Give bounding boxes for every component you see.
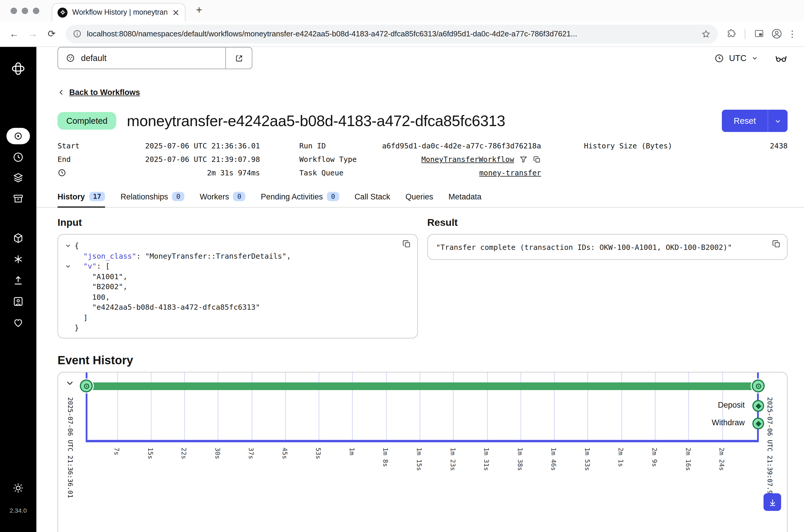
nav-asterisk-icon[interactable] (0, 253, 36, 265)
tab-queries[interactable]: Queries (406, 188, 433, 208)
window-minimize-button[interactable] (22, 7, 28, 14)
scroll-to-bottom-button[interactable] (764, 493, 781, 511)
nav-favorites-heart-icon[interactable] (0, 317, 36, 328)
nav-layers-icon[interactable] (0, 172, 36, 184)
nav-schedules-icon[interactable] (0, 151, 36, 163)
workflow-start-marker[interactable] (80, 380, 93, 393)
tab-label: Relationships (120, 192, 168, 201)
task-queue-label: Task Queue (299, 168, 343, 177)
tab-close-icon[interactable]: ✕ (172, 8, 180, 17)
temporal-logo-icon[interactable] (0, 61, 36, 76)
tab-pending-activities[interactable]: Pending Activities0 (261, 188, 339, 208)
namespace-open-button[interactable] (225, 47, 253, 69)
start-label: Start (57, 141, 79, 150)
json-collapse-caret-icon[interactable] (65, 261, 75, 269)
reload-button[interactable]: ⟳ (43, 28, 60, 39)
history-size-label: History Size (Bytes) (584, 141, 672, 150)
toolbar-divider (745, 28, 745, 39)
workflows-icon (6, 128, 30, 144)
input-heading: Input (57, 217, 418, 229)
browser-tab[interactable]: Workflow History | moneytran ✕ (52, 3, 185, 21)
address-bar[interactable]: localhost:8080/namespaces/default/workfl… (66, 24, 718, 43)
activity-marker-withdraw[interactable] (752, 418, 764, 429)
timeline-tick-label: 2m 9s (651, 448, 658, 467)
workflow-end-marker[interactable] (752, 380, 765, 393)
timezone-selector[interactable]: UTC (714, 53, 758, 63)
timeline-start-time: 2025-07-06 UTC 21:36:36.01 (66, 397, 74, 498)
activity-lane-label-deposit: Deposit (718, 401, 745, 410)
app-shell: 2.34.0 default (0, 47, 804, 532)
tab-workers[interactable]: Workers0 (200, 188, 246, 208)
extensions-icon[interactable] (724, 26, 739, 41)
workflow-execution-bar[interactable] (86, 382, 758, 390)
timeline-tick-label: 15s (146, 448, 154, 459)
input-json: {"json_class": "MoneyTransfer::TransferD… (65, 241, 410, 333)
result-panel: "Transfer complete (transaction IDs: OKW… (427, 234, 788, 260)
result-value: "Transfer complete (transaction IDs: OKW… (436, 243, 732, 251)
forward-button[interactable]: → (25, 28, 41, 39)
workflow-title: moneytransfer-e4242aa5-b08d-4183-a472-df… (127, 112, 505, 130)
tab-history[interactable]: History17 (57, 188, 105, 208)
tab-metadata[interactable]: Metadata (448, 188, 482, 208)
json-caret-spacer (65, 323, 75, 325)
bookmark-star-icon[interactable] (701, 29, 711, 38)
json-caret-spacer (65, 312, 75, 315)
timeline-baseline (86, 440, 758, 442)
workflow-type-link[interactable]: MoneyTransferWorkflow (422, 155, 514, 164)
json-caret-spacer (65, 251, 75, 253)
nav-workflows-selected[interactable] (0, 128, 36, 144)
input-copy-button[interactable] (402, 239, 411, 249)
result-copy-button[interactable] (772, 239, 781, 249)
browser-panel-icon[interactable] (751, 26, 766, 41)
window-zoom-button[interactable] (33, 7, 39, 14)
browser-menu-icon[interactable]: ⋮ (786, 28, 798, 39)
timeline-tick-label: 7s (113, 448, 120, 455)
nav-archive-icon[interactable] (0, 193, 36, 205)
namespace-name: default (81, 53, 107, 63)
tab-relationships[interactable]: Relationships0 (120, 188, 185, 208)
tab-count-badge: 0 (233, 192, 246, 201)
activity-diamond-icon (755, 403, 761, 409)
event-history-timeline: 2025-07-06 UTC 21:36:36.01 2025-07-06 UT… (57, 372, 788, 532)
json-collapse-caret-icon[interactable] (65, 241, 75, 249)
reset-menu-button[interactable] (768, 110, 788, 132)
run-id-label: Run ID (299, 141, 326, 150)
json-line: "B2002", (65, 282, 410, 292)
run-id-value: a6fd95d1-da0c-4d2e-a77c-786f3d76218a (382, 141, 541, 150)
tab-label: Call Stack (354, 192, 390, 201)
namespace-icon (66, 53, 75, 63)
json-line: ] (65, 312, 410, 323)
timeline-collapse-chevron-icon[interactable] (65, 378, 75, 388)
theme-toggle-sun-icon[interactable] (0, 482, 36, 494)
task-queue-link[interactable]: money-transfer (479, 168, 541, 177)
screen: Workflow History | moneytran ✕ + ← → ⟳ l… (0, 0, 804, 532)
tab-call-stack[interactable]: Call Stack (354, 188, 390, 208)
activity-marker-deposit[interactable] (752, 400, 764, 412)
activity-lane-label-withdraw: Withdraw (712, 418, 745, 427)
start-value: 2025-07-06 UTC 21:36:36.01 (145, 141, 260, 150)
timeline-tick-label: 1m 23s (449, 448, 456, 471)
nav-import-icon[interactable] (0, 274, 36, 286)
tab-label: History (57, 192, 85, 201)
window-close-button[interactable] (11, 7, 17, 14)
json-line: { (65, 241, 410, 251)
end-label: End (57, 155, 71, 164)
history-size-value: 2438 (770, 141, 788, 150)
workflow-page: Back to Workflows Completed moneytransfe… (36, 69, 804, 532)
namespace-selector[interactable]: default (57, 47, 225, 69)
reset-button[interactable]: Reset (722, 110, 768, 132)
site-info-icon[interactable] (73, 29, 81, 38)
copy-icon[interactable] (533, 155, 541, 163)
nav-feedback-icon[interactable] (0, 296, 36, 307)
new-tab-button[interactable]: + (196, 4, 202, 16)
timeline-tick-label: 45s (281, 448, 288, 459)
input-panel: {"json_class": "MoneyTransfer::TransferD… (57, 234, 418, 339)
duration-clock-icon (57, 168, 66, 177)
filter-funnel-icon[interactable] (519, 155, 528, 163)
back-to-workflows-link[interactable]: Back to Workflows (69, 88, 140, 97)
json-caret-spacer (65, 302, 75, 304)
back-button[interactable]: ← (6, 28, 22, 39)
data-encoder-glasses-icon[interactable] (775, 52, 788, 64)
profile-avatar-icon[interactable] (769, 26, 784, 41)
nav-cube-icon[interactable] (0, 232, 36, 244)
